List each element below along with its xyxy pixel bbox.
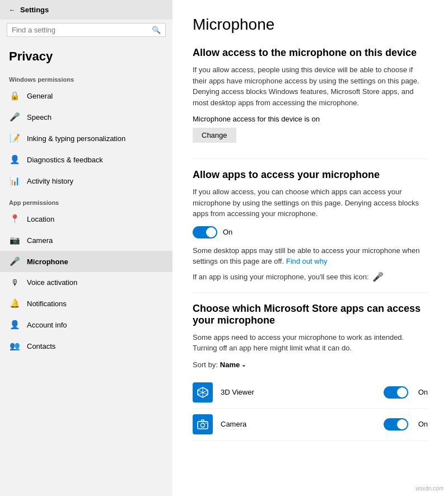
section3-title: Choose which Microsoft Store apps can ac…: [193, 303, 428, 326]
location-icon: 📍: [9, 214, 20, 224]
section1-title: Allow access to the microphone on this d…: [193, 47, 428, 59]
voice-icon: 🎙: [9, 278, 20, 287]
settings-label: Settings: [20, 6, 49, 14]
notifications-icon: 🔔: [9, 298, 20, 308]
sidebar-item-voice[interactable]: 🎙 Voice activation: [0, 272, 172, 293]
diagnostics-label: Diagnostics & feedback: [27, 156, 103, 164]
app-access-toggle[interactable]: [193, 226, 217, 238]
sort-value-text: Name: [220, 361, 240, 369]
3d-viewer-toggle-label: On: [418, 388, 428, 396]
svg-point-5: [201, 423, 205, 427]
general-label: General: [27, 92, 53, 100]
camera-icon: 📷: [9, 235, 20, 245]
speech-icon: 🎤: [9, 112, 20, 122]
search-icon: 🔍: [152, 26, 161, 34]
section3-desc: Some apps need to access your microphone…: [193, 332, 428, 354]
app-access-toggle-label: On: [223, 228, 232, 236]
sidebar-item-location[interactable]: 📍 Location: [0, 208, 172, 230]
sidebar-item-contacts[interactable]: 👥 Contacts: [0, 335, 172, 357]
sidebar-item-general[interactable]: 🔒 General: [0, 85, 172, 106]
voice-label: Voice activation: [27, 278, 77, 287]
diagnostics-icon: 👤: [9, 155, 20, 165]
camera-app-icon: [193, 414, 213, 434]
app-access-toggle-row: On: [193, 226, 428, 238]
mic-inline-icon: 🎤: [372, 272, 384, 282]
account-icon: 👤: [9, 320, 20, 330]
watermark: wsxdn.com: [416, 485, 444, 492]
section1-status: Microphone access for this device is on: [193, 115, 428, 123]
app-permissions-header: App permissions: [0, 191, 172, 208]
sidebar-item-microphone[interactable]: 🎤 Microphone: [0, 251, 172, 272]
back-button[interactable]: ← Settings: [0, 0, 172, 20]
sidebar-item-speech[interactable]: 🎤 Speech: [0, 106, 172, 128]
windows-permissions-header: Windows permissions: [0, 68, 172, 85]
search-box[interactable]: 🔍: [7, 23, 166, 37]
sidebar-item-activity[interactable]: 📊 Activity history: [0, 170, 172, 191]
sidebar-item-camera[interactable]: 📷 Camera: [0, 230, 172, 251]
divider1: [193, 158, 428, 159]
info-text: Some desktop apps may still be able to a…: [193, 245, 428, 267]
sort-chevron-icon: ⌄: [241, 362, 246, 368]
svg-rect-4: [198, 422, 208, 429]
general-icon: 🔒: [9, 91, 20, 101]
sidebar-item-account[interactable]: 👤 Account info: [0, 314, 172, 335]
search-input[interactable]: [12, 26, 152, 34]
privacy-section-label: Privacy: [0, 43, 172, 68]
camera-app-toggle-label: On: [418, 420, 428, 428]
microphone-icon: 🎤: [9, 256, 20, 266]
sort-row: Sort by: Name ⌄: [193, 361, 428, 369]
speech-label: Speech: [27, 113, 52, 121]
camera-app-name: Camera: [221, 420, 384, 428]
back-arrow-icon: ←: [9, 6, 16, 14]
app-row-3d-viewer: 3D Viewer On: [193, 377, 428, 409]
divider2: [193, 292, 428, 293]
microphone-label: Microphone: [27, 258, 68, 266]
sort-label: Sort by:: [193, 361, 218, 369]
svg-point-6: [206, 423, 207, 424]
app-row-camera: Camera On: [193, 409, 428, 441]
location-label: Location: [27, 215, 54, 223]
3d-viewer-name: 3D Viewer: [221, 388, 384, 396]
inking-label: Inking & typing personalization: [27, 134, 125, 143]
icon-note-text: If an app is using your microphone, you'…: [193, 273, 369, 281]
contacts-label: Contacts: [27, 342, 55, 350]
camera-label: Camera: [27, 236, 53, 245]
camera-app-toggle[interactable]: [384, 418, 408, 431]
activity-label: Activity history: [27, 177, 73, 185]
contacts-icon: 👥: [9, 341, 20, 351]
sidebar-item-diagnostics[interactable]: 👤 Diagnostics & feedback: [0, 149, 172, 170]
section2-title: Allow apps to access your microphone: [193, 169, 428, 181]
3d-viewer-toggle[interactable]: [384, 386, 408, 399]
inking-icon: 📝: [9, 133, 20, 143]
change-button[interactable]: Change: [193, 128, 236, 143]
account-label: Account info: [27, 321, 67, 329]
page-title: Microphone: [193, 16, 428, 34]
3d-viewer-icon: [193, 382, 213, 403]
section1-desc: If you allow access, people using this d…: [193, 64, 428, 108]
sidebar: ← Settings 🔍 Privacy Windows permissions…: [0, 0, 172, 496]
notifications-label: Notifications: [27, 300, 67, 308]
activity-icon: 📊: [9, 176, 20, 186]
main-content: Microphone Allow access to the microphon…: [172, 0, 448, 496]
sort-value[interactable]: Name ⌄: [220, 361, 246, 369]
sidebar-item-inking[interactable]: 📝 Inking & typing personalization: [0, 128, 172, 149]
section2-desc: If you allow access, you can choose whic…: [193, 186, 428, 219]
find-out-why-link[interactable]: Find out why: [286, 257, 328, 265]
sidebar-item-notifications[interactable]: 🔔 Notifications: [0, 293, 172, 314]
icon-note: If an app is using your microphone, you'…: [193, 272, 428, 282]
